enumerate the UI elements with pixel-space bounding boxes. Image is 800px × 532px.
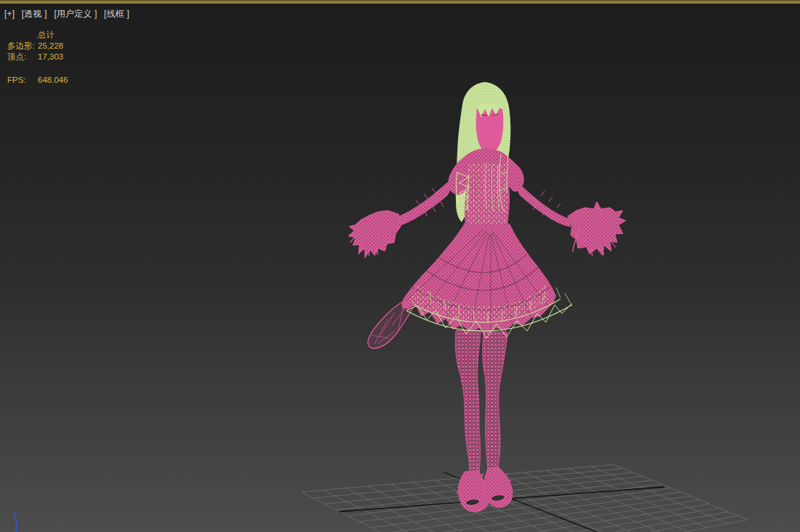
right-hand-shape[interactable] (568, 202, 626, 255)
left-hand-shape[interactable] (348, 210, 401, 258)
shoes[interactable] (456, 467, 513, 512)
world-axis-gizmo: Z (13, 512, 17, 532)
ground-grid (301, 465, 748, 532)
axis-z-label: Z (13, 512, 17, 520)
scene-canvas[interactable]: Z (0, 0, 800, 532)
left-arm-shape[interactable] (395, 179, 452, 227)
right-leg-shape[interactable] (483, 332, 507, 473)
viewport[interactable]: [+] [透视 ] [用户定义 ] [线框 ] 总计 多边形: 25,228 顶… (0, 0, 800, 532)
character-model[interactable] (348, 82, 626, 512)
left-leg-shape[interactable] (455, 330, 481, 473)
chest-fleck-overlay (466, 163, 508, 224)
right-arm-shape[interactable] (516, 181, 571, 227)
